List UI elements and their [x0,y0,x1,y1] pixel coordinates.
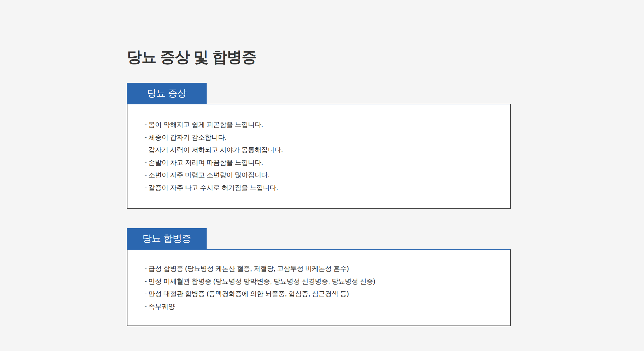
list-item: - 몸이 약해지고 쉽게 피곤함을 느낍니다. [145,118,500,131]
tab-diabetes-complications-label: 당뇨 합병증 [143,232,191,245]
list-item: - 족부궤양 [145,300,500,313]
list-item: - 만성 미세혈관 합병증 (당뇨병성 망막변증, 당뇨병성 신경병증, 당뇨병… [145,275,500,288]
list-item: - 갑자기 시력이 저하되고 시야가 몽롱해집니다. [145,144,500,156]
section-diabetes-complications: 당뇨 합병증 - 급성 합병증 (당뇨병성 케톤산 혈증, 저혈당, 고삼투성 … [127,228,511,326]
symptoms-box: - 몸이 약해지고 쉽게 피곤함을 느낍니다. - 체중이 갑자기 감소합니다.… [127,104,511,209]
tab-diabetes-symptoms-label: 당뇨 증상 [147,87,186,100]
section-diabetes-symptoms: 당뇨 증상 - 몸이 약해지고 쉽게 피곤함을 느낍니다. - 체중이 갑자기 … [127,83,511,209]
page-title: 당뇨 증상 및 합병증 [127,48,511,66]
list-item: - 만성 대혈관 합병증 (동맥경화증에 의한 뇌졸중, 협심증, 심근경색 등… [145,288,500,300]
list-item: - 손발이 차고 저리며 따끔함을 느낍니다. [145,156,500,169]
tab-diabetes-symptoms: 당뇨 증상 [127,83,207,104]
symptoms-list: - 몸이 약해지고 쉽게 피곤함을 느낍니다. - 체중이 갑자기 감소합니다.… [145,118,500,194]
tab-diabetes-complications: 당뇨 합병증 [127,228,207,249]
list-item: - 급성 합병증 (당뇨병성 케톤산 혈증, 저혈당, 고삼투성 비케톤성 혼수… [145,262,500,275]
list-item: - 소변이 자주 마렵고 소변량이 많아집니다. [145,169,500,182]
page-content: 당뇨 증상 및 합병증 당뇨 증상 - 몸이 약해지고 쉽게 피곤함을 느낍니다… [127,0,511,326]
complications-box: - 급성 합병증 (당뇨병성 케톤산 혈증, 저혈당, 고삼투성 비케톤성 혼수… [127,249,511,326]
list-item: - 갈증이 자주 나고 수시로 허기짐을 느낍니다. [145,182,500,194]
list-item: - 체중이 갑자기 감소합니다. [145,131,500,144]
complications-list: - 급성 합병증 (당뇨병성 케톤산 혈증, 저혈당, 고삼투성 비케톤성 혼수… [145,262,500,313]
